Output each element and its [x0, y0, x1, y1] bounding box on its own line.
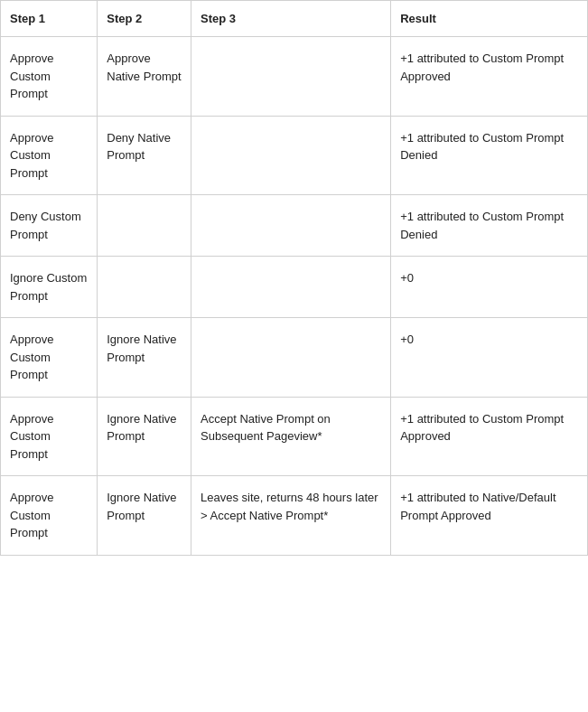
cell-step2-1: Deny Native Prompt	[98, 116, 191, 195]
cell-result-4: +0	[391, 318, 587, 398]
cell-step1-0: Approve Custom Prompt	[1, 37, 98, 117]
table-row: Approve Custom PromptDeny Native Prompt+…	[1, 116, 587, 195]
cell-result-5: +1 attributed to Custom Prompt Approved	[391, 397, 587, 476]
cell-step3-0	[191, 37, 391, 117]
table-row: Ignore Custom Prompt+0	[1, 257, 587, 318]
header-result: Result	[391, 1, 587, 37]
cell-step1-5: Approve Custom Prompt	[1, 397, 98, 476]
cell-step3-2	[191, 195, 391, 257]
table-row: Approve Custom PromptIgnore Native Promp…	[1, 397, 587, 476]
header-step1: Step 1	[1, 1, 98, 37]
cell-result-3: +0	[391, 257, 587, 318]
table-body: Approve Custom PromptApprove Native Prom…	[1, 37, 587, 555]
cell-step2-0: Approve Native Prompt	[98, 37, 191, 117]
cell-step1-2: Deny Custom Prompt	[1, 195, 98, 257]
table-row: Approve Custom PromptApprove Native Prom…	[1, 37, 587, 117]
cell-step1-3: Ignore Custom Prompt	[1, 257, 98, 318]
table-row: Approve Custom PromptIgnore Native Promp…	[1, 476, 587, 555]
cell-result-2: +1 attributed to Custom Prompt Denied	[391, 195, 587, 257]
cell-step1-1: Approve Custom Prompt	[1, 116, 98, 195]
cell-result-0: +1 attributed to Custom Prompt Approved	[391, 37, 587, 117]
header-step2: Step 2	[98, 1, 191, 37]
cell-step3-4	[191, 318, 391, 398]
cell-step3-5: Accept Native Prompt on Subsequent Pagev…	[191, 397, 391, 476]
cell-step3-1	[191, 116, 391, 195]
cell-step3-3	[191, 257, 391, 318]
cell-result-6: +1 attributed to Native/Default Prompt A…	[391, 476, 587, 555]
cell-step3-6: Leaves site, returns 48 hours later > Ac…	[191, 476, 391, 555]
header-step3: Step 3	[191, 1, 391, 37]
cell-step2-5: Ignore Native Prompt	[98, 397, 191, 476]
table-row: Approve Custom PromptIgnore Native Promp…	[1, 318, 587, 398]
cell-result-1: +1 attributed to Custom Prompt Denied	[391, 116, 587, 195]
cell-step2-3	[98, 257, 191, 318]
header-row: Step 1 Step 2 Step 3 Result	[1, 1, 587, 37]
cell-step1-4: Approve Custom Prompt	[1, 318, 98, 398]
data-table: Step 1 Step 2 Step 3 Result Approve Cust…	[1, 1, 587, 555]
cell-step2-2	[98, 195, 191, 257]
cell-step2-6: Ignore Native Prompt	[98, 476, 191, 555]
table-row: Deny Custom Prompt+1 attributed to Custo…	[1, 195, 587, 257]
cell-step1-6: Approve Custom Prompt	[1, 476, 98, 555]
main-table-container: Step 1 Step 2 Step 3 Result Approve Cust…	[0, 0, 588, 556]
cell-step2-4: Ignore Native Prompt	[98, 318, 191, 398]
